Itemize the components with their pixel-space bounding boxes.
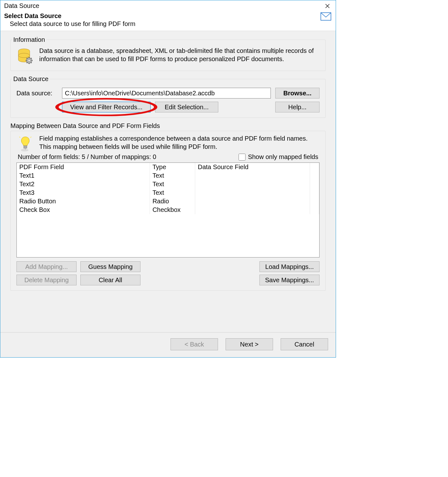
help-button[interactable]: Help... (275, 102, 320, 112)
mail-icon (320, 12, 331, 21)
browse-button[interactable]: Browse... (275, 88, 320, 99)
mapping-group-legend: Mapping Between Data Source and PDF Form… (10, 122, 326, 130)
database-icon (16, 47, 34, 66)
back-button[interactable]: < Back (171, 338, 218, 350)
next-button[interactable]: Next > (226, 338, 273, 350)
col-type[interactable]: Type (150, 163, 195, 171)
table-header-row: PDF Form Field Type Data Source Field (17, 163, 319, 171)
data-source-dialog: Data Source Select Data Source Select da… (0, 0, 336, 358)
data-source-group: Data Source Data source: C:\Users\info\O… (10, 75, 326, 118)
cancel-button[interactable]: Cancel (281, 338, 328, 350)
col-data-source-field[interactable]: Data Source Field (195, 163, 310, 171)
page-heading: Select Data Source (4, 12, 332, 20)
information-text: Data source is a database, spreadsheet, … (39, 47, 320, 63)
svg-line-19 (30, 137, 31, 137)
load-mappings-button[interactable]: Load Mappings... (259, 261, 320, 272)
page-subheading: Select data source to use for filling PD… (4, 20, 332, 28)
edit-selection-button[interactable]: Edit Selection... (155, 102, 218, 112)
wizard-footer: < Back Next > Cancel (0, 332, 336, 357)
table-row[interactable]: Radio Button Radio (17, 197, 319, 206)
show-only-mapped-label[interactable]: Show only mapped fields (239, 153, 318, 161)
svg-line-12 (27, 62, 28, 63)
close-button[interactable] (322, 2, 333, 10)
body: Information (0, 31, 336, 332)
guess-mapping-button[interactable]: Guess Mapping (80, 261, 140, 272)
col-pdf-form-field[interactable]: PDF Form Field (17, 163, 150, 171)
window-title: Data Source (4, 2, 39, 10)
information-group: Information (10, 36, 326, 71)
lightbulb-icon (16, 134, 34, 152)
svg-line-10 (31, 62, 32, 63)
mapping-table[interactable]: PDF Form Field Type Data Source Field Te… (16, 162, 320, 258)
table-row[interactable]: Text1 Text (17, 171, 319, 180)
svg-point-4 (28, 60, 30, 61)
svg-point-14 (21, 149, 28, 151)
table-row[interactable]: Text2 Text (17, 180, 319, 188)
close-icon (325, 3, 330, 9)
mapping-group: Field mapping establishes a corresponden… (10, 131, 326, 291)
data-source-path[interactable]: C:\Users\info\OneDrive\Documents\Databas… (62, 88, 271, 99)
view-filter-records-button[interactable]: View and Filter Records... (62, 102, 151, 112)
data-source-label: Data source: (16, 90, 58, 97)
svg-line-9 (27, 58, 28, 59)
show-only-mapped-text: Show only mapped fields (248, 153, 318, 161)
delete-mapping-button[interactable]: Delete Mapping (16, 275, 77, 285)
save-mappings-button[interactable]: Save Mappings... (259, 275, 320, 285)
view-filter-highlight: View and Filter Records... (62, 102, 151, 112)
table-row[interactable]: Check Box Checkbox (17, 206, 319, 214)
show-only-mapped-checkbox[interactable] (239, 154, 246, 161)
svg-line-18 (19, 137, 20, 137)
wizard-header: Select Data Source Select data source to… (0, 10, 336, 31)
add-mapping-button[interactable]: Add Mapping... (16, 261, 77, 272)
table-row[interactable]: Text3 Text (17, 188, 319, 197)
svg-line-11 (31, 58, 32, 59)
information-legend: Information (12, 36, 46, 43)
titlebar: Data Source (0, 0, 336, 10)
mapping-counts: Number of form fields: 5 / Number of map… (18, 153, 156, 161)
data-source-legend: Data Source (12, 75, 50, 83)
mapping-intro: Field mapping establishes a corresponden… (39, 134, 320, 151)
clear-all-button[interactable]: Clear All (80, 275, 140, 285)
